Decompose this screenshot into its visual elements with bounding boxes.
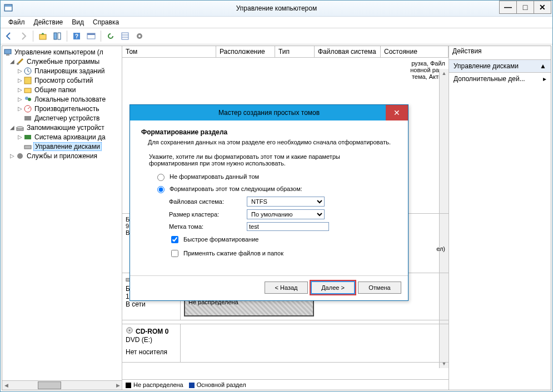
svg-rect-27 — [24, 145, 31, 149]
legend-swatch-unalloc — [126, 383, 131, 388]
expander-icon[interactable]: ▷ — [17, 105, 23, 112]
expander-icon[interactable]: ▷ — [17, 134, 23, 140]
services-icon — [16, 152, 24, 160]
col-state[interactable]: Состояние — [381, 46, 449, 57]
close-button[interactable]: ✕ — [534, 1, 551, 14]
system-menu-icon[interactable] — [4, 3, 13, 12]
label-volume: Метка тома: — [169, 223, 247, 230]
svg-rect-19 — [24, 88, 31, 93]
select-fs[interactable]: NTFS — [247, 197, 325, 207]
col-type[interactable]: Тип — [275, 46, 315, 57]
dialog-title: Мастер создания простых томов — [218, 109, 320, 117]
minimize-button[interactable]: — — [499, 1, 517, 14]
tree-performance[interactable]: Производительность — [33, 105, 100, 113]
performance-icon — [23, 104, 32, 113]
actions-section-diskmgmt[interactable]: Управление дисками▲ — [449, 60, 551, 73]
actions-pane: Действия Управление дисками▲ Дополнитель… — [449, 46, 551, 390]
dialog-heading: Форматирование раздела — [141, 128, 397, 136]
radio-no-format-label[interactable]: Не форматировать данный том — [170, 173, 259, 180]
radio-format-label[interactable]: Форматировать этот том следующим образом… — [170, 185, 302, 192]
label-cluster: Размер кластера: — [169, 211, 247, 218]
actions-more-link[interactable]: Дополнительные дей...▸ — [449, 73, 551, 85]
expander-icon[interactable]: ◢ — [9, 124, 16, 130]
svg-rect-15 — [6, 54, 9, 56]
expander-icon[interactable]: ▷ — [17, 96, 23, 102]
expander-icon[interactable]: ▷ — [17, 77, 23, 83]
menu-view[interactable]: Вид — [67, 18, 88, 26]
tree-device-manager[interactable]: Диспетчер устройств — [33, 114, 101, 122]
svg-point-31 — [129, 330, 131, 331]
checkbox-compress-label[interactable]: Применять сжатие файлов и папок — [183, 250, 283, 257]
clock-icon — [23, 67, 32, 76]
svg-rect-9 — [122, 33, 128, 39]
window-title: Управление компьютером — [236, 4, 317, 12]
tree-system-tools[interactable]: Служебные программы — [26, 58, 101, 66]
menu-file[interactable]: Файл — [4, 18, 29, 26]
radio-no-format[interactable] — [157, 174, 165, 181]
menu-help[interactable]: Справка — [88, 18, 123, 26]
svg-text:?: ? — [75, 33, 78, 39]
legend-swatch-primary — [189, 383, 195, 388]
checkbox-quick-format[interactable] — [171, 236, 178, 243]
tree-storage[interactable]: Запоминающие устройст — [26, 124, 106, 132]
radio-format[interactable] — [157, 186, 165, 193]
svg-rect-4 — [58, 33, 61, 39]
forward-icon[interactable] — [17, 30, 29, 42]
cancel-button[interactable]: Отмена — [358, 282, 401, 294]
tree-event-viewer[interactable]: Просмотр событий — [33, 77, 94, 84]
refresh-icon[interactable] — [104, 30, 117, 42]
col-fs[interactable]: Файловая система — [315, 46, 381, 57]
tree-root[interactable]: Управление компьютером (л — [13, 48, 104, 56]
back-button[interactable]: < Назад — [265, 282, 308, 294]
view-icon[interactable] — [85, 30, 97, 42]
dialog-instruction: Укажите, хотите ли вы форматировать этот… — [149, 153, 389, 167]
expander-icon[interactable]: ▷ — [17, 68, 23, 74]
tree-services[interactable]: Службы и приложения — [26, 152, 98, 160]
list-icon[interactable] — [119, 30, 131, 42]
cdrom-info[interactable]: CD-ROM 0 DVD (E:) Нет носителя — [122, 324, 181, 362]
menu-action[interactable]: Действие — [29, 18, 68, 26]
expander-icon[interactable]: ◢ — [9, 58, 16, 64]
svg-point-21 — [28, 98, 31, 101]
tree-disk-management[interactable]: Управление дисками — [33, 142, 102, 151]
col-volume[interactable]: Том — [122, 46, 216, 57]
select-cluster[interactable]: По умолчанию — [247, 209, 325, 219]
tree-shared-folders[interactable]: Общие папки — [33, 86, 77, 94]
col-layout[interactable]: Расположение — [216, 46, 275, 57]
svg-rect-2 — [39, 34, 46, 39]
back-icon[interactable] — [3, 30, 15, 42]
input-volume-label[interactable] — [247, 222, 329, 231]
tree-local-users[interactable]: Локальные пользовате — [33, 96, 107, 103]
tree-backup[interactable]: Система архивации да — [33, 133, 107, 141]
folder-icon — [23, 86, 32, 94]
maximize-button[interactable]: □ — [516, 1, 534, 14]
legend: Не распределена Основной раздел — [122, 379, 449, 390]
menu-bar: Файл Действие Вид Справка — [1, 17, 552, 28]
wizard-dialog: Мастер создания простых томов ✕ Форматир… — [129, 104, 408, 301]
svg-point-25 — [17, 127, 23, 129]
next-button[interactable]: Далее > — [311, 282, 355, 294]
dialog-close-button[interactable]: ✕ — [386, 105, 408, 120]
tree-hscrollbar[interactable]: ◀▶ — [2, 380, 122, 390]
toolbar: ? — [1, 28, 552, 44]
svg-rect-14 — [4, 49, 11, 54]
svg-rect-26 — [24, 135, 31, 139]
checkbox-compress[interactable] — [171, 250, 178, 257]
label-fs: Файловая система: — [169, 198, 247, 205]
up-icon[interactable] — [37, 30, 49, 42]
expander-icon[interactable]: ▷ — [17, 87, 23, 93]
computer-icon — [3, 48, 12, 57]
dialog-titlebar[interactable]: Мастер создания простых томов ✕ — [130, 105, 408, 120]
properties-icon[interactable] — [51, 30, 63, 42]
device-icon — [23, 114, 32, 123]
tree-task-scheduler[interactable]: Планировщик заданий — [33, 67, 106, 75]
actions-header: Действия — [449, 46, 551, 60]
svg-point-13 — [138, 35, 141, 37]
svg-rect-8 — [87, 33, 95, 35]
volume-list-header: Том Расположение Тип Файловая система Со… — [122, 46, 449, 58]
expander-icon[interactable]: ▷ — [9, 153, 16, 159]
settings-icon[interactable] — [133, 30, 146, 42]
help-icon[interactable]: ? — [71, 30, 83, 42]
checkbox-quick-format-label[interactable]: Быстрое форматирование — [183, 236, 258, 243]
storage-icon — [16, 123, 24, 132]
